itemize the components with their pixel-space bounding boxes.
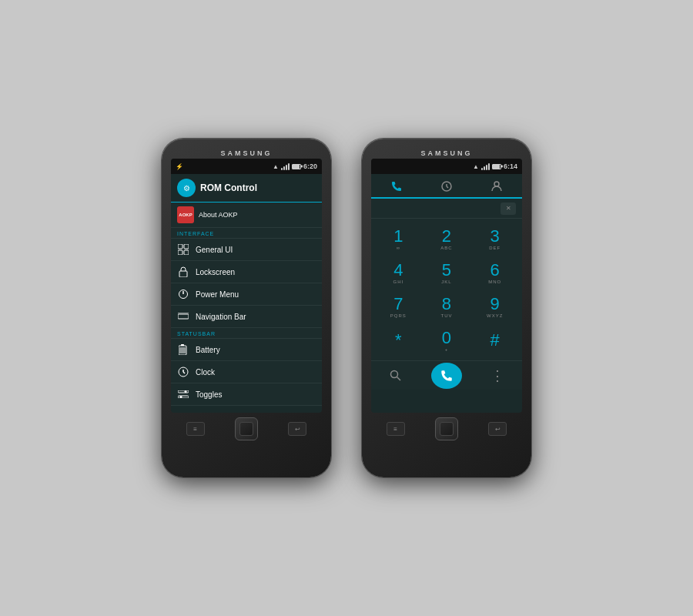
general-ui-label: General UI xyxy=(196,246,233,254)
svg-point-18 xyxy=(180,396,182,398)
left-phone-screen: ⚡ ▲ 6:20 ⚙ xyxy=(171,159,322,413)
lockscreen-icon xyxy=(177,266,189,278)
call-button[interactable] xyxy=(431,363,462,389)
right-wifi-icon: ▲ xyxy=(473,163,479,170)
navbar-label: Navigation Bar xyxy=(196,313,246,321)
svg-rect-4 xyxy=(179,271,187,277)
dial-key-2[interactable]: 2 ABC xyxy=(423,222,471,256)
rom-menu: AOKP About AOKP INTERFACE General UI xyxy=(171,203,322,406)
dial-key-hash[interactable]: # xyxy=(470,323,519,357)
dial-key-9[interactable]: 9 WXYZ xyxy=(470,290,519,323)
left-status-bar: ⚡ ▲ 6:20 xyxy=(171,159,322,174)
delete-btn[interactable]: ✕ xyxy=(500,203,516,215)
right-back-btn[interactable]: ↩ xyxy=(488,422,507,436)
dial-key-star[interactable]: * xyxy=(374,323,423,357)
svg-line-14 xyxy=(183,372,185,373)
rom-title: ROM Control xyxy=(200,182,257,193)
menu-item-lockscreen[interactable]: Lockscreen xyxy=(171,261,322,283)
signal-bar-3 xyxy=(286,165,287,170)
right-battery-fill xyxy=(493,165,500,169)
aokp-row[interactable]: AOKP About AOKP xyxy=(171,203,322,228)
right-home-btn-inner xyxy=(440,422,454,436)
signal-bar-4 xyxy=(288,163,290,170)
menu-item-power[interactable]: Power Menu xyxy=(171,283,322,306)
svg-point-17 xyxy=(185,390,187,393)
battery-icon xyxy=(292,164,301,169)
battery-menu-icon xyxy=(177,343,189,356)
dial-key-5[interactable]: 5 JKL xyxy=(423,256,471,290)
menu-item-battery[interactable]: Battery xyxy=(171,339,322,361)
svg-line-24 xyxy=(397,377,401,380)
power-icon xyxy=(177,288,189,300)
menu-item-toggles[interactable]: Toggles xyxy=(171,383,322,406)
dialer-tab-recents[interactable] xyxy=(421,176,471,199)
battery-fill xyxy=(293,165,300,169)
svg-rect-3 xyxy=(184,250,189,255)
menu-item-navbar[interactable]: Navigation Bar xyxy=(171,306,322,328)
status-left: ⚡ xyxy=(176,163,183,170)
right-time: 6:14 xyxy=(504,162,517,170)
svg-rect-0 xyxy=(178,244,182,249)
right-home-btn[interactable] xyxy=(435,417,458,440)
right-signal-bar-3 xyxy=(486,165,487,170)
right-battery-icon xyxy=(492,164,501,169)
left-home-btn[interactable] xyxy=(235,417,258,440)
svg-rect-7 xyxy=(178,314,189,319)
svg-rect-16 xyxy=(178,396,189,398)
navbar-icon xyxy=(177,310,189,323)
dial-key-8[interactable]: 8 TUV xyxy=(423,290,471,323)
svg-rect-10 xyxy=(181,344,184,346)
overflow-action[interactable]: ⋮ xyxy=(484,362,511,390)
general-ui-icon xyxy=(177,243,189,256)
svg-point-22 xyxy=(494,182,499,186)
status-right: ▲ 6:20 xyxy=(273,162,317,170)
right-signal-bar-1 xyxy=(481,168,483,170)
svg-rect-15 xyxy=(178,390,189,393)
dial-key-6[interactable]: 6 MNO xyxy=(470,256,519,290)
statusbar-section-header: STATUSBAR xyxy=(171,328,322,339)
dialer-bottom: ⋮ xyxy=(371,360,522,390)
dial-key-0[interactable]: 0 + xyxy=(423,323,471,357)
aokp-label: About AOKP xyxy=(199,211,238,219)
left-phone: SAMSUNG ⚡ ▲ 6: xyxy=(162,139,331,477)
signal-bar-1 xyxy=(281,168,283,170)
right-signal-bars xyxy=(481,162,490,170)
toggles-icon xyxy=(177,388,189,400)
right-signal-bar-2 xyxy=(484,166,485,170)
right-phone: SAMSUNG ▲ 6:14 xyxy=(362,139,531,477)
dial-key-1[interactable]: 1 ∞ xyxy=(374,222,423,256)
right-phone-screen: ▲ 6:14 xyxy=(371,159,522,413)
svg-rect-1 xyxy=(184,244,189,249)
signal-bars xyxy=(281,162,290,170)
right-signal-bar-4 xyxy=(488,163,490,170)
phones-container: SAMSUNG ⚡ ▲ 6: xyxy=(162,139,531,477)
wifi-icon: ▲ xyxy=(273,163,279,170)
svg-point-23 xyxy=(391,370,398,377)
left-time: 6:20 xyxy=(303,162,317,170)
dial-key-7[interactable]: 7 PQRS xyxy=(374,290,423,323)
right-status-bar: ▲ 6:14 xyxy=(371,159,522,174)
svg-line-21 xyxy=(447,186,448,188)
dialer-input-row: ✕ xyxy=(371,199,522,219)
search-action[interactable] xyxy=(382,362,410,390)
menu-item-clock[interactable]: Clock xyxy=(171,361,322,383)
interface-section-header: INTERFACE xyxy=(171,228,322,239)
clock-menu-icon xyxy=(177,366,189,378)
rom-header: ⚙ ROM Control xyxy=(171,174,322,203)
right-status-right: ▲ 6:14 xyxy=(473,162,517,170)
dial-key-3[interactable]: 3 DEF xyxy=(470,222,519,256)
left-back-btn[interactable]: ↩ xyxy=(288,422,306,436)
clock-label: Clock xyxy=(196,368,215,377)
power-label: Power Menu xyxy=(196,290,239,299)
dial-key-4[interactable]: 4 GHI xyxy=(374,256,423,290)
right-phone-brand: SAMSUNG xyxy=(420,149,472,157)
menu-item-general-ui[interactable]: General UI xyxy=(171,239,322,261)
dialer-grid: 1 ∞ 2 ABC 3 DEF 4 GHI 5 JKL xyxy=(371,219,522,360)
dialer-tabs xyxy=(371,174,522,199)
right-menu-btn[interactable]: ≡ xyxy=(387,422,405,436)
left-menu-btn[interactable]: ≡ xyxy=(186,422,205,436)
left-nav-bar: ≡ ↩ xyxy=(171,417,322,440)
dialer-tab-contacts[interactable] xyxy=(472,176,522,199)
signal-bar-2 xyxy=(283,166,285,170)
dialer-tab-phone[interactable] xyxy=(371,176,421,199)
